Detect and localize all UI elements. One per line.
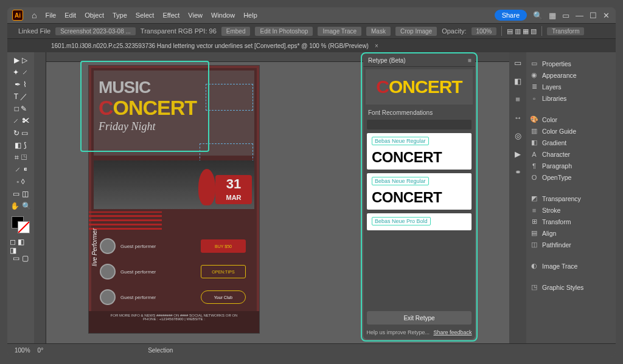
font-card-2[interactable]: Bebas Neue Regular CONCERT	[367, 173, 472, 210]
search-icon[interactable]: 🔍	[533, 11, 543, 20]
menu-effect[interactable]: Effect	[162, 12, 179, 19]
font-results[interactable]: Bebas Neue Regular CONCERT Bebas Neue Re…	[367, 133, 472, 306]
menu-select[interactable]: Select	[136, 12, 155, 19]
tab-close-icon[interactable]: ×	[375, 43, 378, 49]
tool-mesh[interactable]: ⌗ ◳	[10, 152, 32, 163]
flyer-friday-text[interactable]: Friday Night	[99, 120, 156, 133]
menubar: Ai ⌂ File Edit Object Type Select Effect…	[7, 7, 616, 23]
dock-icon[interactable]: ▶	[512, 148, 523, 159]
align-icons[interactable]: ▤ ▥ ▦ ▧	[507, 27, 537, 35]
document-tab[interactable]: 1601.m10.i308.n020.P.c25.323593736 Hand …	[51, 43, 369, 49]
flyer-date-badge[interactable]: 31 MAR	[215, 175, 252, 204]
panel-gradient[interactable]: ◧Gradient	[530, 137, 612, 148]
panel-transform[interactable]: ⊞Transform	[530, 216, 612, 227]
dock-icon[interactable]: ◧	[512, 75, 523, 86]
flyer-stripes	[89, 211, 162, 230]
zoom-value[interactable]: 100%	[15, 347, 30, 354]
price-badge[interactable]: BUY $50	[201, 239, 246, 253]
tool-eyedrop[interactable]: ⟋ ◧	[10, 164, 32, 175]
panel-libraries[interactable]: ▫Libraries	[530, 92, 612, 104]
tool-pen[interactable]: ✒ ⌇	[10, 79, 32, 90]
stroke-swatch-icon[interactable]	[18, 221, 30, 233]
retype-menu-icon[interactable]: ≡	[468, 57, 472, 64]
embed-button[interactable]: Embed	[221, 27, 251, 36]
exit-retype-button[interactable]: Exit Retype	[367, 311, 472, 325]
retype-tab[interactable]: Retype (Beta) ≡	[363, 55, 475, 67]
dock-icon[interactable]: ≡	[512, 94, 523, 105]
panel-opentype[interactable]: OOpenType	[530, 171, 612, 183]
menu-window[interactable]: Window	[211, 12, 235, 19]
club-badge[interactable]: Your Club	[201, 290, 246, 304]
flyer-artboard[interactable]: MUSIC CONCERT Friday Night 31 MAR live P…	[89, 66, 259, 333]
flyer-music-text[interactable]: MUSIC	[99, 78, 150, 97]
panel-color-guide[interactable]: ▥Color Guide	[530, 125, 612, 137]
flyer-tagline-box[interactable]	[206, 84, 253, 111]
flyer-concert-text[interactable]: CONCERT	[99, 96, 197, 120]
character-icon: A	[530, 150, 538, 159]
panel-paragraph[interactable]: ¶Paragraph	[530, 160, 612, 171]
tool-width[interactable]: ◧ ⟆	[10, 140, 32, 151]
tool-type[interactable]: T ／	[10, 91, 32, 102]
tool-hand[interactable]: ✋ 🔍	[10, 201, 32, 211]
menu-view[interactable]: View	[188, 12, 203, 19]
canvas[interactable]: MUSIC CONCERT Friday Night 31 MAR live P…	[34, 52, 616, 343]
crop-image-button[interactable]: Crop Image	[395, 27, 437, 36]
panel-layers[interactable]: ≣Layers	[530, 81, 612, 92]
maximize-icon[interactable]: ☐	[590, 11, 597, 20]
main-area: ▶ ▷ ✦ ⟋ ✒ ⌇ T ／ □ ✎ ⟋ ✂ ↻ ▭ ◧ ⟆ ⌗ ◳ ⟋ ◧ …	[7, 52, 616, 343]
tool-brush[interactable]: ⟋ ✂	[10, 115, 32, 126]
flyer-subbox[interactable]	[200, 143, 253, 162]
share-button[interactable]: Share	[495, 10, 527, 21]
angle-value[interactable]: 0°	[38, 347, 44, 354]
panel-appearance[interactable]: ◉Appearance	[530, 69, 612, 81]
panel-list: ▭Properties ◉Appearance ≣Layers ▫Librari…	[526, 52, 616, 343]
panel-pathfinder[interactable]: ◫Pathfinder	[530, 239, 612, 250]
menu-type[interactable]: Type	[113, 12, 127, 19]
arrange-icon[interactable]: ▭	[562, 11, 569, 20]
performer-row-2[interactable]: Guest performer OPEN:TIPS	[100, 261, 246, 282]
share-feedback-link[interactable]: Share feedback	[434, 329, 472, 335]
tool-blend[interactable]: ◦ ◊	[10, 176, 32, 187]
menu-help[interactable]: Help	[243, 12, 257, 19]
tool-shape[interactable]: □ ✎	[10, 103, 32, 114]
retype-search-input[interactable]	[367, 120, 472, 129]
dock-icon[interactable]: ▭	[512, 57, 523, 68]
minimize-icon[interactable]: —	[576, 11, 583, 20]
close-icon[interactable]: ✕	[603, 11, 610, 20]
workspace-icon[interactable]: ▦	[549, 11, 556, 20]
info-badge[interactable]: OPEN:TIPS	[201, 265, 246, 278]
panel-image-trace[interactable]: ◐Image Trace	[530, 260, 612, 272]
screen-mode-icons[interactable]: ▭ ▢	[10, 253, 32, 264]
menu-edit[interactable]: Edit	[64, 12, 76, 19]
transform-button[interactable]: Transform	[547, 27, 584, 35]
panel-color[interactable]: 🎨Color	[530, 114, 612, 125]
panel-properties[interactable]: ▭Properties	[530, 58, 612, 69]
font-card-1[interactable]: Bebas Neue Regular CONCERT	[367, 133, 472, 170]
image-trace-button[interactable]: Image Trace	[318, 27, 361, 36]
tool-wand[interactable]: ✦ ⟋	[10, 67, 32, 78]
menu-object[interactable]: Object	[85, 12, 104, 19]
color-swatch[interactable]	[12, 216, 30, 233]
font-card-3[interactable]: Bebas Neue Pro Bold CONCERT	[367, 213, 472, 230]
dock-icon[interactable]: ⚭	[512, 167, 523, 177]
panel-transparency[interactable]: ◩Transparency	[530, 193, 612, 204]
performer-row-1[interactable]: Guest performer BUY $50	[100, 236, 246, 256]
draw-mode-icons[interactable]: ◻ ◧ ◨	[10, 241, 32, 252]
dock-icon[interactable]: ◎	[512, 130, 523, 141]
home-icon[interactable]: ⌂	[32, 10, 37, 20]
edit-in-ps-button[interactable]: Edit In Photoshop	[255, 27, 313, 36]
performer-row-3[interactable]: Guest performer Your Club	[100, 287, 246, 307]
panel-stroke[interactable]: ≡Stroke	[530, 204, 612, 216]
tool-rotate[interactable]: ↻ ▭	[10, 128, 32, 139]
tool-selection[interactable]: ▶ ▷	[10, 55, 32, 66]
opacity-value[interactable]: 100%	[472, 27, 497, 35]
panel-character[interactable]: ACharacter	[530, 148, 612, 160]
dock-icon[interactable]: ↔	[512, 112, 523, 123]
menu-file[interactable]: File	[45, 12, 56, 19]
panel-graphic-styles[interactable]: ◳Graphic Styles	[530, 281, 612, 293]
tool-artboard[interactable]: ▭ ◫	[10, 188, 32, 199]
graphic-styles-icon: ◳	[530, 283, 538, 292]
linked-filename[interactable]: Screenshot 2023-03-08 ...	[55, 27, 136, 35]
mask-button[interactable]: Mask	[366, 27, 391, 36]
panel-align[interactable]: ▤Align	[530, 227, 612, 239]
